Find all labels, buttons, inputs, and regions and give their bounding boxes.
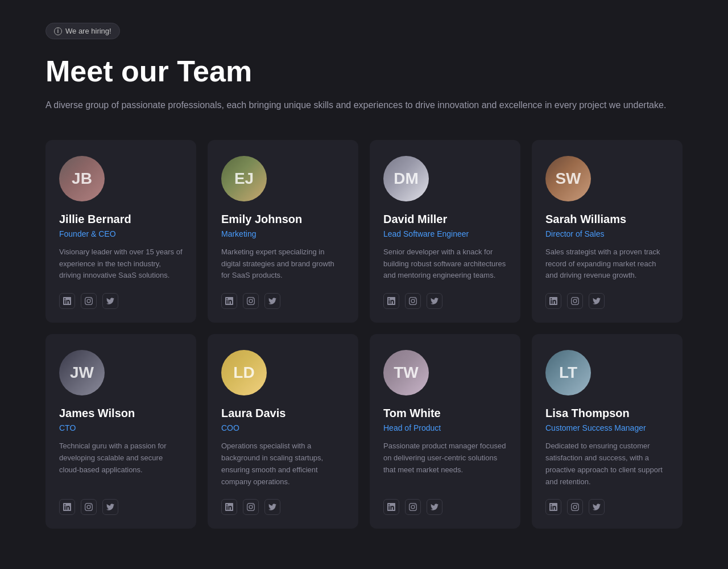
avatar-initials: TW bbox=[383, 350, 429, 395]
team-card-sarah-williams: SW Sarah Williams Director of Sales Sale… bbox=[532, 140, 682, 323]
team-card-emily-johnson: EJ Emily Johnson Marketing Marketing exp… bbox=[208, 140, 358, 323]
avatar-david-miller: DM bbox=[383, 156, 429, 201]
avatar-initials: DM bbox=[383, 156, 429, 201]
linkedin-icon-laura-davis[interactable] bbox=[221, 499, 237, 515]
avatar-initials: JW bbox=[59, 350, 105, 395]
avatar-jillie-bernard: JB bbox=[59, 156, 105, 201]
twitter-icon-lisa-thompson[interactable] bbox=[589, 499, 605, 515]
avatar-initials: JB bbox=[59, 156, 105, 201]
linkedin-icon-james-wilson[interactable] bbox=[59, 499, 75, 515]
page-title: Meet our Team bbox=[46, 55, 682, 88]
member-bio-laura-davis: Operations specialist with a background … bbox=[221, 440, 345, 488]
team-card-laura-davis: LD Laura Davis COO Operations specialist… bbox=[208, 334, 358, 529]
member-name-tom-white: Tom White bbox=[383, 407, 507, 420]
instagram-icon-tom-white[interactable] bbox=[405, 499, 421, 515]
linkedin-icon-lisa-thompson[interactable] bbox=[545, 499, 561, 515]
social-links-james-wilson bbox=[59, 499, 183, 515]
twitter-icon-sarah-williams[interactable] bbox=[589, 293, 605, 309]
member-role-jillie-bernard: Founder & CEO bbox=[59, 229, 183, 238]
member-name-sarah-williams: Sarah Williams bbox=[545, 213, 669, 226]
instagram-icon-laura-davis[interactable] bbox=[243, 499, 259, 515]
team-card-james-wilson: JW James Wilson CTO Technical guru with … bbox=[46, 334, 196, 529]
member-role-tom-white: Head of Product bbox=[383, 423, 507, 432]
avatar-initials: LT bbox=[545, 350, 591, 395]
member-role-emily-johnson: Marketing bbox=[221, 229, 345, 238]
social-links-lisa-thompson bbox=[545, 499, 669, 515]
twitter-icon-jillie-bernard[interactable] bbox=[102, 293, 118, 309]
twitter-icon-laura-davis[interactable] bbox=[264, 499, 280, 515]
member-bio-emily-johnson: Marketing expert specializing in digital… bbox=[221, 246, 345, 282]
member-name-emily-johnson: Emily Johnson bbox=[221, 213, 345, 226]
avatar-sarah-williams: SW bbox=[545, 156, 591, 201]
linkedin-icon-sarah-williams[interactable] bbox=[545, 293, 561, 309]
team-card-lisa-thompson: LT Lisa Thompson Customer Success Manage… bbox=[532, 334, 682, 529]
member-role-sarah-williams: Director of Sales bbox=[545, 229, 669, 238]
instagram-icon-jillie-bernard[interactable] bbox=[81, 293, 97, 309]
linkedin-icon-david-miller[interactable] bbox=[383, 293, 399, 309]
member-bio-sarah-williams: Sales strategist with a proven track rec… bbox=[545, 246, 669, 282]
social-links-laura-davis bbox=[221, 499, 345, 515]
twitter-icon-david-miller[interactable] bbox=[427, 293, 442, 309]
team-card-tom-white: TW Tom White Head of Product Passionate … bbox=[370, 334, 520, 529]
social-links-david-miller bbox=[383, 293, 507, 309]
linkedin-icon-tom-white[interactable] bbox=[383, 499, 399, 515]
social-links-emily-johnson bbox=[221, 293, 345, 309]
member-role-laura-davis: COO bbox=[221, 423, 345, 432]
twitter-icon-tom-white[interactable] bbox=[427, 499, 442, 515]
instagram-icon-sarah-williams[interactable] bbox=[567, 293, 583, 309]
linkedin-icon-emily-johnson[interactable] bbox=[221, 293, 237, 309]
twitter-icon-emily-johnson[interactable] bbox=[264, 293, 280, 309]
instagram-icon-david-miller[interactable] bbox=[405, 293, 421, 309]
team-grid: JB Jillie Bernard Founder & CEO Visionar… bbox=[46, 140, 682, 529]
member-bio-tom-white: Passionate product manager focused on de… bbox=[383, 440, 507, 488]
social-links-sarah-williams bbox=[545, 293, 669, 309]
instagram-icon-lisa-thompson[interactable] bbox=[567, 499, 583, 515]
social-links-jillie-bernard bbox=[59, 293, 183, 309]
avatar-initials: SW bbox=[545, 156, 591, 201]
avatar-lisa-thompson: LT bbox=[545, 350, 591, 395]
member-bio-james-wilson: Technical guru with a passion for develo… bbox=[59, 440, 183, 488]
instagram-icon-emily-johnson[interactable] bbox=[243, 293, 259, 309]
member-bio-lisa-thompson: Dedicated to ensuring customer satisfact… bbox=[545, 440, 669, 488]
member-name-laura-davis: Laura Davis bbox=[221, 407, 345, 420]
avatar-initials: LD bbox=[221, 350, 267, 395]
twitter-icon-james-wilson[interactable] bbox=[102, 499, 118, 515]
instagram-icon-james-wilson[interactable] bbox=[81, 499, 97, 515]
member-role-lisa-thompson: Customer Success Manager bbox=[545, 423, 669, 432]
member-name-david-miller: David Miller bbox=[383, 213, 507, 226]
info-icon: i bbox=[54, 27, 62, 35]
avatar-laura-davis: LD bbox=[221, 350, 267, 395]
linkedin-icon-jillie-bernard[interactable] bbox=[59, 293, 75, 309]
member-name-lisa-thompson: Lisa Thompson bbox=[545, 407, 669, 420]
member-role-james-wilson: CTO bbox=[59, 423, 183, 432]
member-bio-jillie-bernard: Visionary leader with over 15 years of e… bbox=[59, 246, 183, 282]
page-subtitle: A diverse group of passionate profession… bbox=[46, 98, 671, 113]
avatar-initials: EJ bbox=[221, 156, 267, 201]
member-bio-david-miller: Senior developer with a knack for buildi… bbox=[383, 246, 507, 282]
hiring-badge: i We are hiring! bbox=[46, 23, 120, 39]
member-name-james-wilson: James Wilson bbox=[59, 407, 183, 420]
team-card-david-miller: DM David Miller Lead Software Engineer S… bbox=[370, 140, 520, 323]
social-links-tom-white bbox=[383, 499, 507, 515]
hiring-badge-label: We are hiring! bbox=[65, 27, 111, 35]
member-role-david-miller: Lead Software Engineer bbox=[383, 229, 507, 238]
avatar-emily-johnson: EJ bbox=[221, 156, 267, 201]
team-card-jillie-bernard: JB Jillie Bernard Founder & CEO Visionar… bbox=[46, 140, 196, 323]
avatar-tom-white: TW bbox=[383, 350, 429, 395]
avatar-james-wilson: JW bbox=[59, 350, 105, 395]
member-name-jillie-bernard: Jillie Bernard bbox=[59, 213, 183, 226]
